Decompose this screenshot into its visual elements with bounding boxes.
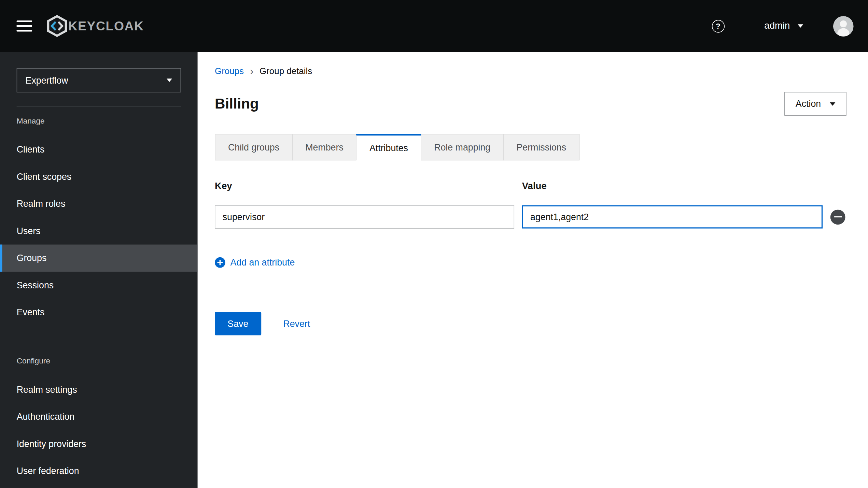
attributes-header-row: Key Value: [215, 181, 846, 192]
angle-right-icon: ›: [250, 67, 253, 76]
nav-section-configure-wrap: Configure Realm settings Authentication …: [0, 356, 198, 485]
keycloak-admin-console: KEYCLOAK ? admin: [0, 0, 868, 488]
help-glyph: ?: [716, 21, 720, 30]
sidebar-item-client-scopes[interactable]: Client scopes: [0, 163, 198, 190]
keycloak-logo-icon: [44, 13, 70, 39]
attribute-key-input[interactable]: [215, 205, 514, 228]
main-content: Groups › Group details Billing Action Ch…: [198, 52, 868, 488]
tab-role-mapping[interactable]: Role mapping: [421, 134, 504, 160]
masthead: KEYCLOAK ? admin: [0, 0, 868, 52]
breadcrumb-current: Group details: [260, 67, 312, 76]
group-detail-tabs: Child groups Members Attributes Role map…: [215, 134, 846, 160]
breadcrumb-groups-link[interactable]: Groups: [215, 67, 244, 76]
form-actions: Save Revert: [215, 312, 846, 335]
brand-logo[interactable]: KEYCLOAK: [44, 13, 144, 39]
save-button[interactable]: Save: [215, 312, 261, 335]
add-attribute-link[interactable]: Add an attribute: [215, 257, 295, 268]
plus-circle-icon: [215, 257, 225, 268]
tab-members[interactable]: Members: [292, 134, 356, 160]
sidebar-item-groups[interactable]: Groups: [0, 245, 198, 272]
header-toolbar: ? admin: [712, 16, 854, 36]
nav-items-manage: Clients Client scopes Realm roles Users …: [0, 136, 198, 326]
nav-items-configure: Realm settings Authentication Identity p…: [0, 376, 198, 485]
attribute-row: [215, 205, 846, 228]
add-attribute-label: Add an attribute: [230, 257, 295, 268]
nav-section-manage: Manage: [17, 116, 198, 125]
caret-down-icon: [830, 102, 835, 105]
tab-permissions[interactable]: Permissions: [503, 134, 579, 160]
realm-selector-area: Expertflow: [17, 68, 181, 106]
attributes-value-header: Value: [522, 181, 823, 192]
user-dropdown[interactable]: admin: [764, 20, 803, 31]
sidebar-nav: Expertflow Manage Clients Client scopes …: [0, 52, 198, 488]
nav-toggle-hamburger-icon[interactable]: [17, 20, 32, 32]
sidebar-item-sessions[interactable]: Sessions: [0, 272, 198, 299]
attributes-key-header: Key: [215, 181, 514, 192]
brand-wordmark: KEYCLOAK: [68, 18, 144, 33]
revert-link[interactable]: Revert: [283, 318, 310, 329]
remove-attribute-minus-circle-icon[interactable]: [830, 210, 845, 225]
attribute-value-input[interactable]: [522, 205, 823, 228]
sidebar-item-users[interactable]: Users: [0, 217, 198, 244]
avatar[interactable]: [833, 16, 854, 36]
tab-attributes[interactable]: Attributes: [356, 134, 421, 160]
sidebar-item-realm-roles[interactable]: Realm roles: [0, 190, 198, 217]
chevron-down-icon: [167, 78, 172, 82]
sidebar-item-authentication[interactable]: Authentication: [0, 403, 198, 430]
page-title: Billing: [215, 95, 259, 112]
sidebar-item-user-federation[interactable]: User federation: [0, 458, 198, 485]
sidebar-item-events[interactable]: Events: [0, 299, 198, 326]
realm-selector-value: Expertflow: [26, 75, 68, 86]
action-dropdown-button[interactable]: Action: [784, 92, 846, 116]
user-name: admin: [764, 20, 790, 31]
page-header: Billing Action: [215, 92, 846, 116]
sidebar-item-clients[interactable]: Clients: [0, 136, 198, 163]
sidebar-item-realm-settings[interactable]: Realm settings: [0, 376, 198, 403]
action-dropdown-label: Action: [796, 99, 821, 109]
help-question-circle-icon[interactable]: ?: [712, 20, 724, 32]
realm-selector[interactable]: Expertflow: [17, 68, 181, 92]
sidebar-item-identity-providers[interactable]: Identity providers: [0, 430, 198, 457]
chevron-down-icon: [798, 24, 803, 28]
tab-child-groups[interactable]: Child groups: [215, 134, 293, 160]
breadcrumb: Groups › Group details: [215, 67, 846, 76]
nav-section-configure: Configure: [17, 356, 198, 365]
user-avatar-icon: [833, 16, 854, 36]
